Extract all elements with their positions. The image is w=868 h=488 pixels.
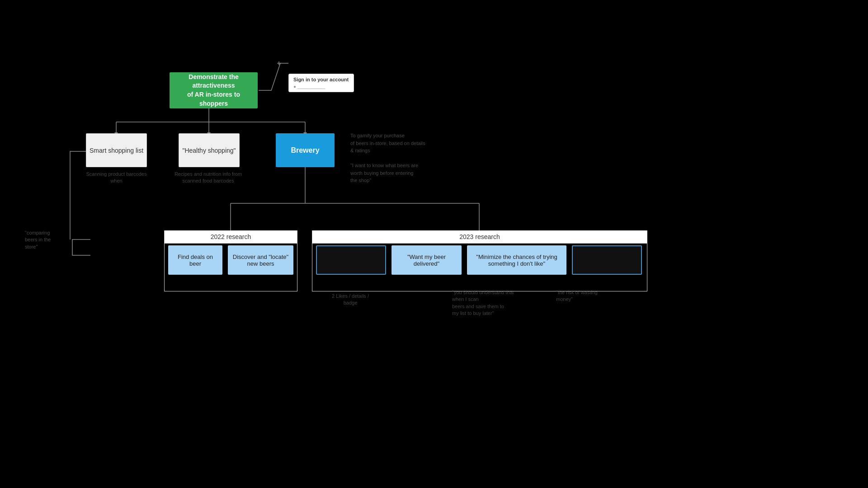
- tooltip-sign-in[interactable]: Sign in to your account ● ___________: [288, 74, 354, 92]
- right-text-line3: & ratings: [350, 147, 470, 155]
- tooltip-title: Sign in to your account: [293, 77, 349, 82]
- sub-label-2023-3: "you should understand thatwhen I scanbe…: [452, 289, 552, 317]
- right-text-quote2: worth buying before entering: [350, 169, 470, 177]
- find-deals-label: Find deals on beer: [172, 253, 219, 267]
- group-2022-header: 2022 research: [165, 230, 297, 244]
- beer-delivered-label: "Want my beer delivered": [395, 253, 458, 267]
- tooltip-input: ● ___________: [293, 84, 349, 89]
- shopping-list-label: Smart shopping list: [90, 147, 143, 154]
- right-text-quote: "I want to know what beers are: [350, 162, 470, 169]
- discover-beers-label: Discover and "locate" new beers: [231, 253, 290, 267]
- sub-label-2023-1: 2 Likes / details /badge: [312, 293, 389, 307]
- healthy-shopping-label: "Healthy shopping": [182, 147, 236, 154]
- brewery-label: Brewery: [291, 146, 319, 155]
- right-text-line2: of beers in-store, based on details: [350, 140, 470, 147]
- sub-label-healthy-shopping: Recipes and nutrition info fromscanned f…: [173, 171, 243, 185]
- right-text-quote3: the shop": [350, 177, 470, 184]
- node-discover-beers[interactable]: Discover and "locate" new beers: [228, 245, 293, 275]
- group-2023-research: 2023 research "Want my beer delivered" "…: [312, 230, 647, 291]
- child-node-healthy-shopping[interactable]: "Healthy shopping": [179, 133, 240, 167]
- sub-label-shopping-list: Scanning product barcodeswhen: [84, 171, 149, 185]
- node-beer-delivered[interactable]: "Want my beer delivered": [392, 245, 462, 275]
- sub-label-2023-4: "the risk of wastingmoney": [556, 289, 633, 303]
- root-label: Demonstrate the attractiveness of AR in-…: [174, 73, 253, 108]
- node-2023-1[interactable]: [316, 245, 386, 275]
- minimize-chances-label: "Minimize the chances of trying somethin…: [471, 253, 563, 267]
- float-left-text: "comparingbeers in thestore": [25, 230, 88, 250]
- right-text-line1: To gamify your purchase: [350, 132, 470, 140]
- child-node-shopping-list[interactable]: Smart shopping list: [86, 133, 147, 167]
- group-2023-header: 2023 research: [312, 230, 647, 244]
- node-find-deals[interactable]: Find deals on beer: [168, 245, 222, 275]
- group-2022-research: 2022 research Find deals on beer Discove…: [164, 230, 297, 291]
- child-node-brewery[interactable]: Brewery: [276, 133, 335, 167]
- node-2023-4[interactable]: [572, 245, 642, 275]
- right-side-description: To gamify your purchase of beers in-stor…: [350, 132, 470, 184]
- root-node[interactable]: Demonstrate the attractiveness of AR in-…: [170, 72, 258, 108]
- node-minimize-chances[interactable]: "Minimize the chances of trying somethin…: [467, 245, 566, 275]
